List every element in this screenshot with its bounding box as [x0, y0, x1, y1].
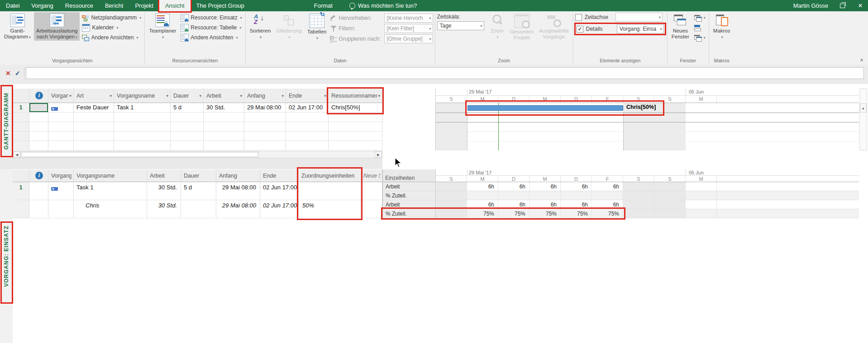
detail-cell[interactable] — [686, 200, 717, 209]
detail-cell[interactable] — [467, 191, 498, 200]
column-header-anfang[interactable]: Anfang — [216, 169, 260, 182]
empty-row[interactable] — [13, 113, 382, 122]
column-header-vorgangsname[interactable]: Vorgangsname — [74, 169, 147, 182]
detail-cell[interactable] — [623, 209, 654, 218]
other-views-button[interactable]: Andere Ansichten ▾ — [81, 33, 143, 42]
detail-cell[interactable]: 6h — [592, 182, 623, 191]
neue-spalte-cell[interactable] — [361, 200, 382, 218]
column-header-neue-spalte[interactable]: Neue Sp — [361, 169, 382, 182]
column-header-arbeit[interactable]: Arbeit — [147, 169, 181, 182]
neue-spalte-cell[interactable] — [361, 182, 382, 200]
gantt-chart-view-button[interactable]: Gantt- Diagramm▾ — [2, 12, 33, 41]
cancel-entry-button[interactable]: ✕ — [5, 70, 11, 77]
highlight-combo[interactable]: [Keine Hervorh ▾ — [384, 14, 433, 23]
filter-combo[interactable]: [Kein Filter] ▾ — [384, 24, 433, 33]
empty-row[interactable] — [13, 141, 382, 150]
arbeit-cell[interactable]: 30 Std. — [147, 182, 181, 200]
network-diagram-button[interactable]: Netzplandiagramm ▾ — [81, 13, 143, 23]
calendar-button[interactable]: Kalender ▾ — [81, 23, 143, 33]
sort-button[interactable]: AZ↓ Sortieren ▾ — [248, 12, 273, 41]
detail-cell[interactable]: 75% — [561, 209, 592, 218]
tab-datei[interactable]: Datei — [0, 0, 25, 11]
detail-cell[interactable] — [623, 182, 654, 191]
column-header-dauer[interactable]: Dauer▾ — [171, 89, 204, 103]
info-cell-selected[interactable] — [29, 103, 48, 113]
corner-header-cell[interactable] — [13, 169, 29, 182]
tables-button[interactable]: Tabellen ▾ — [305, 12, 329, 42]
tab-bericht[interactable]: Bericht — [99, 0, 129, 11]
column-header-anfang[interactable]: Anfang▾ — [244, 89, 286, 103]
detail-cell[interactable] — [529, 191, 561, 200]
filter-caret-icon[interactable]: ▾ — [199, 94, 201, 98]
arbeit-cell[interactable]: 30 Std. — [204, 103, 244, 113]
filter-caret-icon[interactable]: ▾ — [378, 94, 380, 98]
column-header-vorgangsmodus[interactable]: Vorgangsr — [48, 169, 74, 182]
team-planner-button[interactable]: Teamplaner ▾ — [147, 12, 178, 41]
tab-the-project-group[interactable]: The Project Group — [191, 0, 250, 11]
task-usage-view-button[interactable]: Arbeitsauslastung nach Vorgängen▾ — [34, 12, 80, 41]
detail-cell[interactable] — [686, 191, 717, 200]
group-by-combo[interactable]: [Ohne Gruppe] ▾ — [384, 34, 433, 43]
detail-cell[interactable] — [717, 182, 859, 191]
gantt-vscrollbar[interactable]: ▲ — [859, 89, 867, 150]
gantt-pane-strip[interactable]: GANTT-DIAGRAMM — [0, 84, 13, 158]
scroll-left-button[interactable]: ◀ — [13, 151, 20, 158]
tab-ressource[interactable]: Ressource — [59, 0, 99, 11]
detail-cell[interactable]: 6h — [467, 182, 498, 191]
resource-sheet-button[interactable]: Ressource: Tabelle ▾ — [179, 23, 243, 33]
tab-vorgang[interactable]: Vorgang — [25, 0, 59, 11]
detail-cell[interactable]: 6h — [529, 200, 561, 209]
task-name-cell[interactable]: Task 1 — [74, 182, 147, 200]
detail-cell[interactable] — [623, 191, 654, 200]
entry-bar-input[interactable] — [26, 67, 864, 79]
detail-cell[interactable]: 75% — [498, 209, 529, 218]
macros-button[interactable]: Makros ▾ — [711, 12, 733, 41]
detail-row-label[interactable]: Arbeit — [383, 200, 436, 209]
column-header-vorgangsname[interactable]: Vorgangsname▾ — [114, 89, 171, 103]
dauer-cell[interactable]: 5 d — [181, 182, 216, 200]
timeline-combo[interactable]: ▾ — [615, 13, 663, 22]
row-number[interactable]: 1 — [13, 182, 29, 200]
info-cell[interactable] — [29, 182, 48, 200]
column-header-dauer[interactable]: Dauer — [181, 169, 216, 182]
detail-row-label[interactable]: % Zuteil. — [383, 209, 436, 218]
column-header-ressourcennamen[interactable]: Ressourcennamen▾ — [329, 89, 382, 103]
detail-cell[interactable]: 6h — [592, 200, 623, 209]
detail-cell[interactable] — [717, 200, 859, 209]
column-header-ende[interactable]: Ende — [260, 169, 299, 182]
ressourcen-cell[interactable]: Chris[50%] — [329, 103, 382, 113]
info-column-header[interactable]: i — [29, 169, 48, 182]
detail-cell[interactable] — [654, 200, 686, 209]
gantt-chart-body[interactable]: Chris[50%] — [436, 103, 859, 150]
filter-caret-icon[interactable]: ▾ — [110, 94, 112, 98]
scrollbar-thumb[interactable] — [21, 152, 258, 157]
split-view-button[interactable] — [692, 23, 707, 33]
details-checkbox[interactable]: ✓ — [577, 26, 583, 33]
zuordnung-cell[interactable] — [299, 182, 361, 200]
info-cell[interactable] — [29, 200, 48, 218]
column-header-zuordnungseinheiten[interactable]: Zuordnungseinheiten — [299, 169, 361, 182]
task-mode-cell[interactable] — [48, 103, 74, 113]
dauer-cell[interactable] — [181, 200, 216, 218]
detail-cell[interactable] — [436, 182, 467, 191]
task-name-cell[interactable]: Task 1 — [114, 103, 171, 113]
assignment-name-cell[interactable]: Chris — [74, 200, 147, 218]
tell-me-box[interactable]: Was möchten Sie tun? — [349, 0, 417, 11]
anfang-cell[interactable]: 29 Mai 08:00 — [244, 103, 286, 113]
usage-pane-strip[interactable]: VORGANG: EINSATZ — [0, 169, 13, 343]
detail-cell[interactable]: 6h — [467, 200, 498, 209]
anfang-cell[interactable]: 29 Mai 08:00 — [216, 200, 260, 218]
filter-caret-icon[interactable]: ▾ — [324, 94, 326, 98]
collapse-ribbon-button[interactable]: ∧ — [860, 57, 863, 63]
arrange-all-button[interactable]: ▾ — [692, 13, 707, 23]
column-header-arbeit[interactable]: Arbeit▾ — [204, 89, 244, 103]
filter-caret-icon[interactable]: ▾ — [240, 94, 242, 98]
detail-cell[interactable] — [686, 182, 717, 191]
gantt-bar-task1[interactable] — [467, 105, 623, 111]
detail-cell[interactable]: 6h — [529, 182, 561, 191]
gantt-table-hscrollbar[interactable]: ◀ ▶ — [13, 151, 382, 158]
detail-cell[interactable] — [686, 209, 717, 218]
detail-cell[interactable]: 75% — [529, 209, 561, 218]
info-column-header[interactable]: i — [29, 89, 48, 103]
tab-format[interactable]: Format — [308, 0, 339, 11]
